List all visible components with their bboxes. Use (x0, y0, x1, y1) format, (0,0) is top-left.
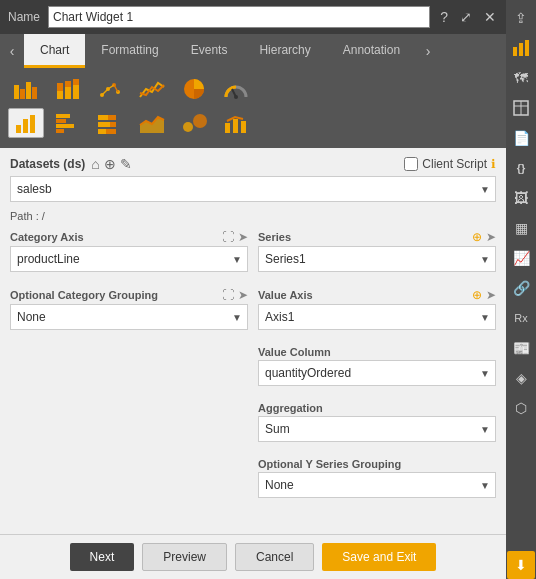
svg-rect-22 (30, 115, 35, 133)
sidebar-icon-rx[interactable]: Rx (507, 304, 535, 332)
svg-rect-31 (98, 129, 106, 134)
sidebar-icon-map[interactable]: 🗺 (507, 64, 535, 92)
chart-type-hbar-stacked[interactable] (92, 108, 128, 138)
close-icon[interactable]: ✕ (482, 7, 498, 27)
aggregation-label-row: Aggregation (258, 402, 496, 414)
dataset-add-icon[interactable]: ⊕ (104, 156, 116, 172)
chart-icon-bubble-svg (180, 111, 208, 135)
chart-icons-row-1 (8, 74, 498, 104)
value-axis-select[interactable]: Axis1 (258, 304, 496, 330)
chart-type-bubble[interactable] (176, 108, 212, 138)
chart-type-bar-single[interactable] (8, 108, 44, 138)
svg-rect-0 (14, 85, 19, 99)
series-icons: ⊕ ➤ (472, 230, 496, 244)
tab-events[interactable]: Events (175, 34, 244, 68)
save-exit-button[interactable]: Save and Exit (322, 543, 436, 571)
svg-rect-6 (65, 87, 71, 99)
optional-category-select[interactable]: None (10, 304, 248, 330)
chart-icon-scatter-svg (96, 77, 124, 101)
col-series: Series ⊕ ➤ Series1 ▼ (258, 230, 496, 280)
value-axis-send-icon[interactable]: ➤ (486, 288, 496, 302)
tab-hierarchy[interactable]: Hierarchy (243, 34, 326, 68)
value-axis-select-wrapper: Axis1 ▼ (258, 304, 496, 330)
sidebar-icon-hex[interactable]: ⬡ (507, 394, 535, 422)
aggregation-field: Aggregation Sum ▼ (258, 402, 496, 442)
aggregation-select[interactable]: Sum (258, 416, 496, 442)
chart-type-area[interactable] (134, 108, 170, 138)
sidebar-icon-grid[interactable]: ▦ (507, 214, 535, 242)
title-bar: Name ? ⤢ ✕ (0, 0, 506, 34)
svg-rect-4 (57, 91, 63, 99)
tab-annotation[interactable]: Annotation (327, 34, 416, 68)
col-optional-category: Optional Category Grouping ⛶ ➤ None ▼ (10, 288, 248, 338)
svg-rect-5 (57, 83, 63, 91)
optional-category-icons: ⛶ ➤ (222, 288, 248, 302)
optional-y-select[interactable]: None (258, 472, 496, 498)
category-axis-select[interactable]: productLine (10, 246, 248, 272)
chart-type-bar-grouped[interactable] (8, 74, 44, 104)
optional-category-field: Optional Category Grouping ⛶ ➤ None ▼ (10, 288, 248, 330)
next-button[interactable]: Next (70, 543, 135, 571)
main-panel: Name ? ⤢ ✕ ‹ Chart Formatting Events Hie… (0, 0, 506, 579)
category-axis-network-icon[interactable]: ⛶ (222, 230, 234, 244)
sidebar-icon-layers[interactable]: ◈ (507, 364, 535, 392)
svg-rect-1 (20, 89, 25, 99)
optional-category-select-wrapper: None ▼ (10, 304, 248, 330)
two-col-2: Optional Category Grouping ⛶ ➤ None ▼ (10, 288, 496, 338)
dataset-edit-icon[interactable]: ✎ (120, 156, 132, 172)
chart-type-pie[interactable] (176, 74, 212, 104)
category-axis-send-icon[interactable]: ➤ (238, 230, 248, 244)
client-script-checkbox[interactable] (404, 157, 418, 171)
value-axis-add-icon[interactable]: ⊕ (472, 288, 482, 302)
two-col-3: Value Column quantityOrdered ▼ (10, 346, 496, 394)
sidebar-icon-chart[interactable] (507, 34, 535, 62)
client-script-row: Client Script ℹ (404, 157, 496, 171)
tab-prev-btn[interactable]: ‹ (0, 34, 24, 68)
preview-button[interactable]: Preview (142, 543, 227, 571)
optional-category-send-icon[interactable]: ➤ (238, 288, 248, 302)
series-add-icon[interactable]: ⊕ (472, 230, 482, 244)
chart-type-gauge[interactable] (218, 74, 254, 104)
sidebar-icon-download[interactable]: ⬇ (507, 551, 535, 579)
move-icon[interactable]: ⤢ (458, 7, 474, 27)
chart-type-bar-stacked[interactable] (50, 74, 86, 104)
two-col-5: Optional Y Series Grouping None ▼ (10, 458, 496, 506)
two-col-4: Aggregation Sum ▼ (10, 402, 496, 450)
svg-rect-7 (65, 81, 71, 87)
sidebar-icon-doc[interactable]: 📄 (507, 124, 535, 152)
sidebar-icon-analytics[interactable]: 📈 (507, 244, 535, 272)
content-area: Datasets (ds) ⌂ ⊕ ✎ Client Script ℹ sale… (0, 148, 506, 534)
chart-type-hbar-grouped[interactable] (50, 108, 86, 138)
sidebar-icon-code[interactable]: {} (507, 154, 535, 182)
tab-formatting[interactable]: Formatting (85, 34, 174, 68)
svg-point-35 (193, 114, 207, 128)
sidebar-icon-link[interactable]: 🔗 (507, 274, 535, 302)
optional-category-network-icon[interactable]: ⛶ (222, 288, 234, 302)
series-select[interactable]: Series1 (258, 246, 496, 272)
client-script-label: Client Script (422, 157, 487, 171)
chart-type-line[interactable] (134, 74, 170, 104)
value-column-select[interactable]: quantityOrdered (258, 360, 496, 386)
dataset-select[interactable]: salesb (10, 176, 496, 202)
sidebar-icon-news[interactable]: 📰 (507, 334, 535, 362)
sidebar-icon-image[interactable]: 🖼 (507, 184, 535, 212)
sidebar-icon-table[interactable] (507, 94, 535, 122)
title-input[interactable] (48, 6, 430, 28)
client-script-info-icon[interactable]: ℹ (491, 157, 496, 171)
svg-rect-30 (110, 122, 116, 127)
tab-chart[interactable]: Chart (24, 34, 85, 68)
cancel-button[interactable]: Cancel (235, 543, 314, 571)
chart-icon-hbar-grouped-svg (54, 111, 82, 135)
dataset-field: salesb ▼ (10, 176, 496, 202)
chart-type-scatter[interactable] (92, 74, 128, 104)
dataset-home-icon[interactable]: ⌂ (91, 156, 99, 172)
chart-type-combo[interactable] (218, 108, 254, 138)
chart-icon-pie-svg (180, 77, 208, 101)
sidebar-icon-pin[interactable]: ⇪ (507, 4, 535, 32)
help-icon[interactable]: ? (438, 7, 450, 27)
category-axis-label: Category Axis (10, 231, 84, 243)
tab-next-btn[interactable]: › (416, 34, 440, 68)
svg-rect-32 (106, 129, 116, 134)
chart-icon-hbar-stacked-svg (96, 111, 124, 135)
series-send-icon[interactable]: ➤ (486, 230, 496, 244)
